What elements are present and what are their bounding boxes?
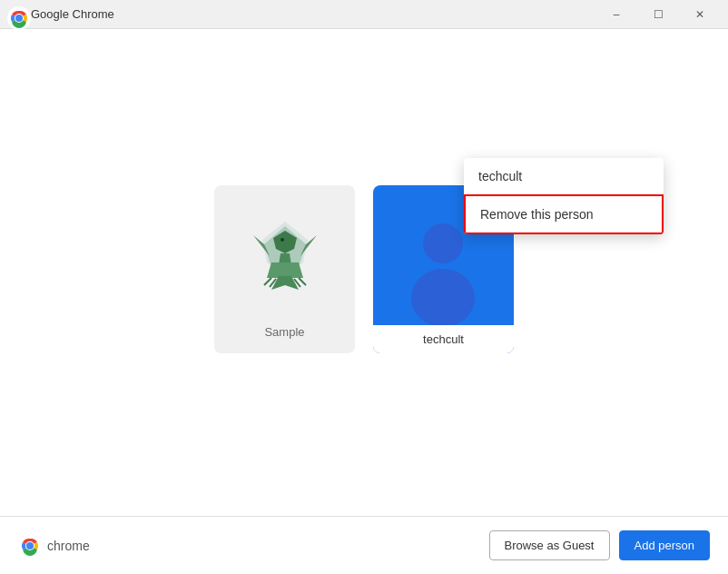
profile-avatar-sample — [244, 213, 326, 294]
profiles-area: Sample techcult techcult Rem — [214, 185, 514, 353]
profile-name-sample: Sample — [264, 325, 304, 339]
browse-as-guest-button[interactable]: Browse as Guest — [489, 530, 610, 560]
bottom-buttons: Browse as Guest Add person — [489, 530, 711, 560]
profile-active-name: techcult — [373, 325, 514, 353]
chrome-logo-text: chrome — [47, 539, 90, 553]
bottom-bar: chrome Browse as Guest Add person — [0, 516, 728, 574]
svg-point-21 — [26, 542, 34, 549]
svg-marker-11 — [271, 276, 299, 290]
title-bar: Google Chrome – ☐ ✕ — [0, 0, 728, 29]
maximize-button[interactable]: ☐ — [637, 0, 679, 29]
add-person-button[interactable]: Add person — [619, 530, 711, 560]
chrome-logo-area: chrome — [18, 534, 90, 558]
app-icon — [7, 6, 24, 23]
context-menu-remove[interactable]: Remove this person — [464, 194, 664, 234]
profile-card-techcult-wrapper: techcult techcult Remove this person — [373, 185, 514, 353]
close-button[interactable]: ✕ — [679, 0, 721, 29]
svg-line-16 — [299, 278, 306, 285]
context-menu-username: techcult — [464, 158, 664, 194]
window-title: Google Chrome — [31, 7, 595, 21]
window-controls: – ☐ ✕ — [595, 0, 721, 29]
profile-card-sample[interactable]: Sample — [214, 185, 355, 353]
svg-line-13 — [264, 278, 271, 285]
main-content: Sample techcult techcult Rem — [0, 29, 728, 545]
svg-point-12 — [280, 238, 284, 242]
svg-marker-8 — [267, 262, 303, 278]
context-menu: techcult Remove this person — [464, 158, 664, 234]
svg-point-18 — [411, 269, 475, 325]
svg-point-3 — [15, 15, 23, 22]
minimize-button[interactable]: – — [595, 0, 637, 29]
svg-point-17 — [423, 223, 463, 263]
